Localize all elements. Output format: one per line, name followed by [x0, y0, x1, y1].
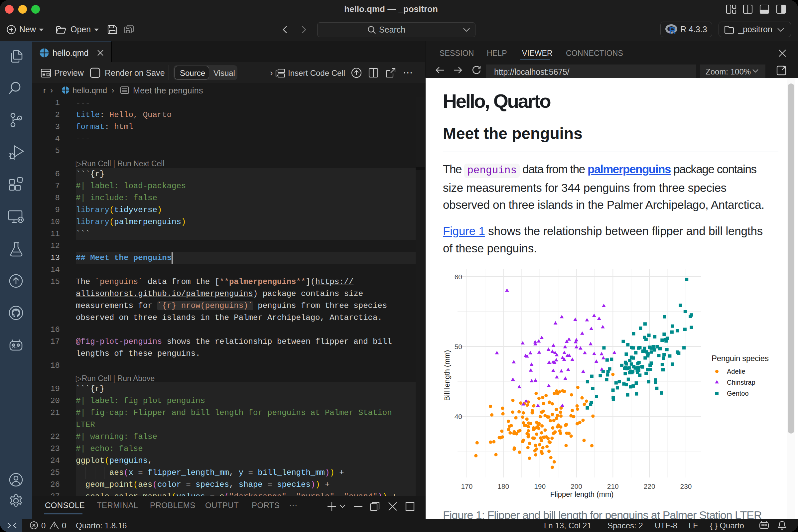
svg-text:40: 40	[455, 413, 462, 420]
svg-text:Adelie: Adelie	[727, 368, 745, 375]
svg-text:R: R	[669, 25, 676, 35]
svg-text:200: 200	[571, 482, 582, 490]
svg-text:190: 190	[534, 482, 546, 490]
svg-text:230: 230	[680, 482, 691, 490]
svg-text:Chinstrap: Chinstrap	[727, 379, 756, 386]
svg-text:180: 180	[497, 482, 509, 490]
svg-text:Gentoo: Gentoo	[727, 390, 749, 397]
svg-text:60: 60	[455, 273, 462, 281]
svg-text:50: 50	[455, 343, 462, 350]
svg-text:170: 170	[461, 482, 473, 490]
svg-text:Flipper length (mm): Flipper length (mm)	[550, 490, 614, 498]
svg-text:Penguin species: Penguin species	[711, 354, 769, 363]
svg-text:Bill length (mm): Bill length (mm)	[443, 350, 451, 401]
svg-text:210: 210	[607, 482, 619, 490]
svg-text:220: 220	[644, 482, 656, 490]
